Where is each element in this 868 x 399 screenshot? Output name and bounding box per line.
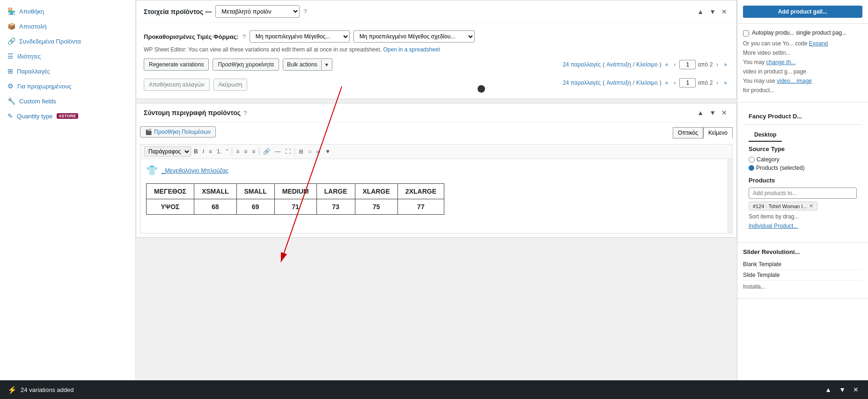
sidebar-item-syndedema[interactable]: 🔗 Συνδεδεμένα Προϊόντα (0, 34, 135, 49)
sidebar-item-paralages[interactable]: ⊞ Παραλλαγές (0, 64, 135, 79)
sidebar-item-quantity[interactable]: ✎ Quantity type XSTORE (0, 109, 135, 123)
table-button[interactable]: ⊞ (297, 147, 305, 156)
desc-collapse-up[interactable]: ▲ (695, 108, 706, 117)
align-center-button[interactable]: ≡ (242, 147, 249, 156)
regenerate-button[interactable]: Regenerate variations (144, 58, 209, 71)
fancy-product-panel: Fancy Product D... Desktop Source Type C… (737, 102, 868, 243)
expand-link-bottom[interactable]: Ανάπτυξη (606, 80, 631, 86)
desc-collapse-down[interactable]: ▼ (707, 108, 718, 117)
page-number-input2[interactable]: 1 (679, 78, 696, 87)
next-page-link2[interactable]: › (714, 79, 720, 87)
products-section: Products #124 · Tshirt Woman I... ✕ Sort… (743, 177, 862, 237)
desktop-tab[interactable]: Desktop (749, 129, 782, 142)
panel-header: Στοιχεία προϊόντος — Μεταβλητό προϊόν ? … (136, 0, 736, 23)
table-row-yxos: ΥΨΟΣ 68 69 71 73 75 77 (147, 199, 444, 215)
sidebar-label-idiotites: Ιδιότητες (17, 53, 41, 60)
notification-bar: ⚡ 24 variations added ▲ ▼ ✕ (0, 380, 868, 399)
fullscreen-button[interactable]: ⛶ (283, 147, 293, 156)
wp-sheet-info: WP Sheet Editor: You can view all these … (144, 46, 729, 53)
sidebar-item-apostoli[interactable]: 📦 Αποστολή (0, 19, 135, 34)
size-dropdown[interactable]: Μη προεπιλεγμένο Μέγεθος... (250, 30, 350, 43)
save-button[interactable]: Αποθήκευση αλλαγών (144, 79, 210, 91)
embed-button[interactable]: ○ (306, 147, 313, 156)
change-link[interactable]: change th... (766, 59, 796, 65)
tab-visual[interactable]: Οπτικός (673, 127, 703, 138)
chain-arrow-button[interactable]: ▼ (323, 147, 332, 156)
sidebar-item-apoithiki[interactable]: 🏪 Αποθήκη (0, 4, 135, 19)
desc-panel-title: Σύντομη περιγραφή προϊόντος (144, 109, 241, 116)
close-panel-button[interactable]: ✕ (720, 7, 729, 16)
notification-collapse-up[interactable]: ▲ (823, 385, 833, 394)
close-link-top[interactable]: Κλείσιμο (636, 61, 658, 68)
more-button[interactable]: — (273, 147, 282, 156)
panel-header-left: Στοιχεία προϊόντος — Μεταβλητό προϊόν ? (144, 5, 307, 18)
pagination-row-top: 24 παραλλαγές ( Ανάπτυξη / Κλείσιμο ) « … (563, 60, 729, 69)
autoplay-checkbox[interactable] (743, 30, 749, 36)
last-page-link2[interactable]: » (722, 79, 729, 87)
close-link-bottom[interactable]: Κλείσιμο (636, 80, 658, 86)
blockquote-button[interactable]: " (224, 147, 230, 156)
first-page-link2[interactable]: « (663, 79, 670, 87)
cell-75: 75 (355, 199, 397, 215)
justify-button[interactable]: ≡ (250, 147, 257, 156)
product-type-select[interactable]: Μεταβλητό προϊόν (215, 5, 300, 18)
tab-text[interactable]: Κείμενο (703, 127, 733, 138)
cell-71: 71 (274, 199, 316, 215)
collapse-down-button[interactable]: ▼ (707, 7, 718, 16)
ordered-list-button[interactable]: 1. (215, 147, 223, 156)
chain-button[interactable]: ∞ (315, 147, 323, 156)
category-radio[interactable] (749, 157, 755, 163)
cell-77: 77 (397, 199, 444, 215)
cancel-button[interactable]: Ακύρωση (213, 79, 248, 91)
page-number-input[interactable]: 1 (679, 60, 696, 69)
col-2xlarge: 2XLARGE (397, 184, 444, 199)
italic-button[interactable]: I (201, 147, 206, 156)
gallery-panel: Add product gall... (737, 0, 868, 24)
first-page-link[interactable]: « (663, 60, 670, 69)
desc-help-icon[interactable]: ? (243, 109, 247, 116)
products-radio-row: Products (selected) (749, 165, 857, 171)
expand-link-top[interactable]: Ανάπτυξη (606, 61, 631, 68)
panel-title: Στοιχεία προϊόντος — (144, 8, 212, 15)
collapse-up-button[interactable]: ▲ (695, 7, 706, 16)
xstore-badge: XSTORE (57, 113, 79, 119)
format-select[interactable]: Παράγραφος (144, 146, 191, 157)
link-icon: 🔗 (7, 37, 15, 45)
design-dropdown[interactable]: Μη προεπιλεγμένο Μέγεθος σχεδίου... (353, 30, 475, 43)
sidebar-item-custom[interactable]: 🔧 Custom fields (0, 94, 135, 109)
products-label-text: Products (selected) (756, 165, 804, 171)
open-spreadsheet-link[interactable]: Open in a spreadsheet (383, 46, 440, 53)
products-radio-filled (749, 165, 754, 171)
sidebar-item-prox[interactable]: ⚙ Για προχωρημένους (0, 79, 135, 94)
form-help-icon[interactable]: ? (242, 33, 245, 40)
bulk-actions-dropdown[interactable]: Bulk actions ▼ (283, 58, 332, 71)
next-page-link[interactable]: › (714, 60, 720, 69)
bold-button[interactable]: B (192, 147, 200, 156)
expand-link[interactable]: Expand (809, 40, 828, 47)
prev-page-link2[interactable]: ‹ (672, 79, 677, 87)
prev-page-link[interactable]: ‹ (672, 60, 677, 69)
unordered-list-button[interactable]: ≡ (207, 147, 214, 156)
add-manual-button[interactable]: Προσθήκη χειροκίνητα (213, 58, 279, 71)
slash-sep: / (633, 61, 634, 68)
link-button[interactable]: 🔗 (261, 147, 272, 156)
add-gallery-button[interactable]: Add product gall... (743, 6, 862, 18)
add-media-button[interactable]: 🎬 Προσθήκη Πολυμέσων (140, 126, 216, 138)
video-image-link[interactable]: video... image (777, 78, 812, 84)
sidebar-item-idiotites[interactable]: ☰ Ιδιότητες (0, 49, 135, 64)
products-search-input[interactable] (749, 188, 857, 199)
desc-panel-controls: ▲ ▼ ✕ (695, 108, 729, 117)
sidebar-label-paralages: Παραλλαγές (17, 68, 50, 75)
last-page-link[interactable]: » (722, 60, 729, 69)
notification-collapse-down[interactable]: ▼ (837, 385, 847, 394)
expand-paren-open: ( (603, 61, 604, 68)
individual-product-link[interactable]: Individual Product... (749, 223, 857, 229)
align-left-button[interactable]: ≡ (234, 147, 241, 156)
notification-close[interactable]: ✕ (851, 385, 861, 394)
editor-content[interactable]: 👕 _Μεγεθολόγιο Μπλούζας ΜΕΓΕΘΟΣ XSMALL S… (140, 159, 733, 233)
or-text-content: Or you can use Yo... code (743, 40, 807, 47)
scrollbar[interactable] (728, 159, 732, 233)
desc-close[interactable]: ✕ (720, 108, 729, 117)
help-icon[interactable]: ? (303, 8, 307, 15)
product-tag-remove[interactable]: ✕ (809, 203, 813, 209)
